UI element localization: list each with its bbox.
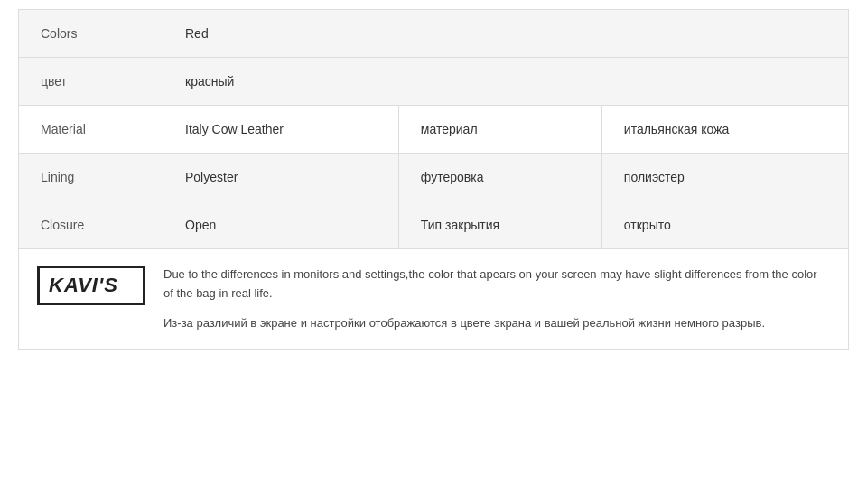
label-material: Material <box>19 106 163 154</box>
table-row: Lining Polyester футеровка полиэстер <box>19 154 849 201</box>
brand-logo: KAVI'S <box>37 266 145 305</box>
table-row: Material Italy Cow Leather материал итал… <box>19 106 849 154</box>
spec-table: Colors Red цвет красный Material Italy C… <box>18 9 849 249</box>
value-material-en: Italy Cow Leather <box>163 106 399 154</box>
value-material-ru: итальянская кожа <box>601 106 848 154</box>
label-closure: Closure <box>19 201 163 249</box>
value-colors: Red <box>163 10 849 58</box>
label-material-ru: материал <box>398 106 601 154</box>
footer-text-ru: Из-за различий в экране и настройки отоб… <box>163 314 830 333</box>
value-lining-en: Polyester <box>163 154 399 201</box>
label-closure-ru: Тип закрытия <box>398 201 601 249</box>
table-row: цвет красный <box>19 58 849 106</box>
footer-section: KAVI'S Due to the differences in monitor… <box>18 249 849 350</box>
table-row: Closure Open Тип закрытия открыто <box>19 201 849 249</box>
label-lining-ru: футеровка <box>398 154 601 201</box>
footer-text: Due to the differences in monitors and s… <box>163 266 830 332</box>
value-lining-ru: полиэстер <box>601 154 848 201</box>
value-closure-ru: открыто <box>601 201 848 249</box>
label-tsvet: цвет <box>19 58 163 106</box>
table-row: Colors Red <box>19 10 849 58</box>
main-wrapper: Colors Red цвет красный Material Italy C… <box>0 0 867 504</box>
label-lining: Lining <box>19 154 163 201</box>
label-colors: Colors <box>19 10 163 58</box>
footer-text-en: Due to the differences in monitors and s… <box>163 266 830 303</box>
value-tsvet: красный <box>163 58 849 106</box>
value-closure-en: Open <box>163 201 399 249</box>
